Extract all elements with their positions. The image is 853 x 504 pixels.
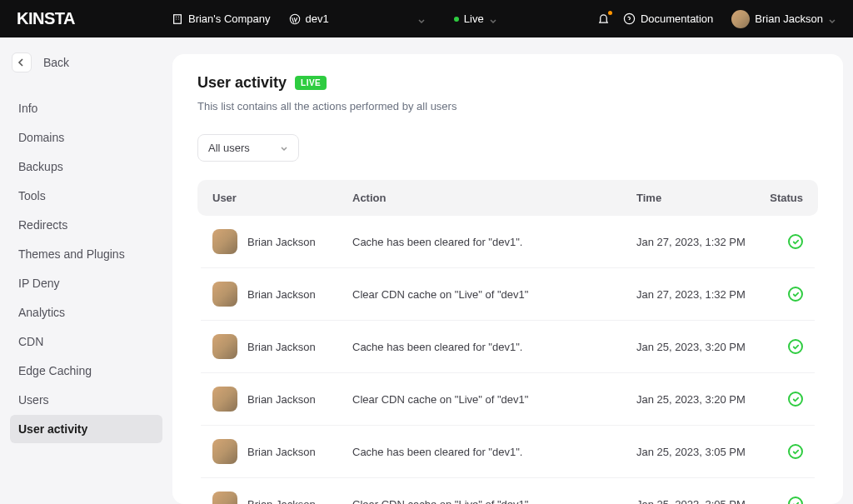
back-label: Back — [43, 56, 69, 69]
row-action: Clear CDN cache on "Live" of "dev1" — [352, 288, 636, 301]
back-button[interactable] — [12, 52, 32, 72]
row-user: Brian Jackson — [247, 393, 316, 406]
notifications-button[interactable] — [597, 12, 610, 25]
env-label: Live — [464, 12, 484, 25]
user-name: Brian Jackson — [755, 12, 823, 25]
row-action: Clear CDN cache on "Live" of "dev1" — [352, 498, 636, 505]
success-icon — [788, 287, 803, 302]
logo[interactable]: KINSTA — [17, 9, 75, 28]
table-row: Brian JacksonCache has been cleared for … — [197, 321, 818, 372]
row-user: Brian Jackson — [247, 288, 316, 301]
row-action: Cache has been cleared for "dev1". — [352, 446, 636, 458]
row-time: Jan 25, 2023, 3:05 PM — [636, 446, 763, 458]
docs-label: Documentation — [641, 12, 713, 25]
avatar — [212, 439, 237, 464]
success-icon — [788, 392, 803, 407]
header-time: Time — [636, 192, 763, 204]
sidebar-item-edge-caching[interactable]: Edge Caching — [10, 357, 162, 385]
table-row: Brian JacksonCache has been cleared for … — [197, 216, 818, 267]
avatar — [212, 387, 237, 412]
row-time: Jan 27, 2023, 1:32 PM — [636, 236, 763, 248]
sidebar-item-domains[interactable]: Domains — [10, 123, 162, 152]
avatar — [212, 229, 237, 254]
row-action: Clear CDN cache on "Live" of "dev1" — [352, 393, 636, 406]
user-filter[interactable]: All users — [197, 134, 299, 162]
table-row: Brian JacksonClear CDN cache on "Live" o… — [197, 268, 818, 320]
filter-label: All users — [208, 142, 250, 154]
sidebar: Back InfoDomainsBackupsToolsRedirectsThe… — [0, 37, 172, 504]
row-user: Brian Jackson — [247, 498, 316, 505]
table-row: Brian JacksonClear CDN cache on "Live" o… — [197, 478, 818, 504]
sidebar-item-user-activity[interactable]: User activity — [10, 415, 162, 443]
docs-link[interactable]: Documentation — [623, 12, 713, 25]
row-action: Cache has been cleared for "dev1". — [352, 341, 636, 353]
live-badge: LIVE — [295, 76, 327, 90]
row-time: Jan 25, 2023, 3:20 PM — [636, 341, 763, 353]
avatar — [212, 492, 237, 504]
avatar — [212, 334, 237, 359]
chevron-down-icon[interactable] — [417, 15, 426, 23]
site-name: dev1 — [306, 12, 329, 25]
row-user: Brian Jackson — [247, 341, 316, 353]
row-action: Cache has been cleared for "dev1". — [352, 236, 636, 248]
sidebar-item-analytics[interactable]: Analytics — [10, 298, 162, 327]
page-subtitle: This list contains all the actions perfo… — [197, 100, 818, 112]
wordpress-icon — [289, 13, 301, 25]
company-selector[interactable]: Brian's Company — [172, 12, 271, 25]
row-user: Brian Jackson — [247, 236, 316, 248]
header-status: Status — [763, 192, 803, 204]
company-name: Brian's Company — [188, 12, 271, 25]
notification-badge — [608, 11, 612, 15]
chevron-down-icon — [828, 15, 836, 23]
sidebar-item-ip-deny[interactable]: IP Deny — [10, 269, 162, 297]
table-row: Brian JacksonClear CDN cache on "Live" o… — [197, 373, 818, 425]
status-dot-icon — [454, 17, 459, 22]
avatar — [731, 10, 750, 28]
site-selector[interactable]: dev1 — [289, 12, 329, 25]
sidebar-item-redirects[interactable]: Redirects — [10, 211, 162, 239]
chevron-down-icon — [280, 144, 288, 152]
svg-rect-0 — [174, 14, 182, 23]
chevron-down-icon — [489, 15, 497, 23]
table-header: User Action Time Status — [197, 180, 818, 216]
row-time: Jan 27, 2023, 1:32 PM — [636, 288, 763, 301]
table-row: Brian JacksonCache has been cleared for … — [197, 426, 818, 477]
topbar: KINSTA Brian's Company dev1 Live Documen… — [0, 0, 853, 37]
success-icon — [788, 339, 803, 354]
success-icon — [788, 234, 803, 249]
row-time: Jan 25, 2023, 3:20 PM — [636, 393, 763, 406]
user-menu[interactable]: Brian Jackson — [731, 10, 836, 28]
main-card: User activity LIVE This list contains al… — [172, 54, 843, 504]
sidebar-item-info[interactable]: Info — [10, 94, 162, 122]
building-icon — [172, 13, 183, 25]
sidebar-item-themes-and-plugins[interactable]: Themes and Plugins — [10, 240, 162, 268]
sidebar-item-tools[interactable]: Tools — [10, 182, 162, 210]
sidebar-item-users[interactable]: Users — [10, 386, 162, 414]
page-title: User activity — [197, 74, 287, 92]
success-icon — [788, 444, 803, 459]
avatar — [212, 282, 237, 307]
sidebar-item-cdn[interactable]: CDN — [10, 327, 162, 356]
row-time: Jan 25, 2023, 3:05 PM — [636, 498, 763, 505]
env-selector[interactable]: Live — [454, 12, 497, 25]
header-user: User — [212, 192, 352, 204]
row-user: Brian Jackson — [247, 446, 316, 458]
sidebar-item-backups[interactable]: Backups — [10, 152, 162, 181]
header-action: Action — [352, 192, 636, 204]
success-icon — [788, 497, 803, 504]
